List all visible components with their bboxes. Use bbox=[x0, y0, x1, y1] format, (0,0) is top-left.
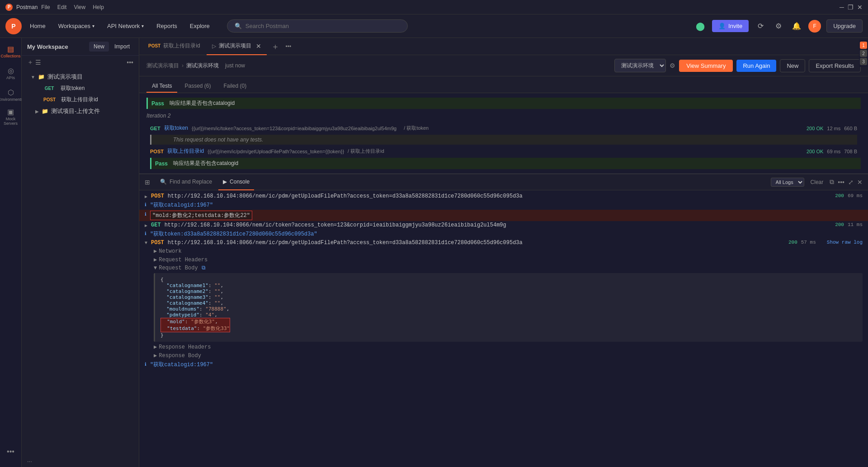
console-section-network[interactable]: ▶ Network bbox=[139, 247, 868, 255]
new-collection-button[interactable]: New bbox=[89, 42, 109, 52]
test-name-1: 响应结果是否包含catalogid bbox=[170, 99, 235, 107]
request-name-post[interactable]: 获取上传目录id bbox=[167, 147, 204, 155]
invite-button[interactable]: 👤 Invite bbox=[712, 20, 749, 32]
console-info-3: "获取catalogid:1967" bbox=[150, 361, 213, 368]
search-bar[interactable]: 🔍 bbox=[227, 19, 408, 33]
search-input[interactable] bbox=[245, 23, 400, 29]
env-settings-icon[interactable]: ⚙ bbox=[670, 62, 675, 69]
expand-chevron-1[interactable]: ▶ bbox=[145, 194, 147, 199]
collection-more-icon[interactable]: ••• bbox=[127, 59, 133, 66]
run-again-button[interactable]: Run Again bbox=[736, 60, 776, 72]
search-icon: 🔍 bbox=[235, 23, 242, 29]
nav-api-network[interactable]: API Network ▾ bbox=[103, 20, 148, 32]
console-icon: ▶ bbox=[223, 179, 227, 185]
settings-icon[interactable]: ⚙ bbox=[772, 20, 785, 33]
connectivity-icon[interactable]: ⬤ bbox=[694, 20, 707, 33]
add-icon[interactable]: ＋ bbox=[27, 58, 33, 66]
show-raw-log-link[interactable]: Show raw log bbox=[827, 240, 863, 245]
runner-new-button[interactable]: New bbox=[780, 59, 805, 72]
tab-post-upload[interactable]: POST 获取上传目录id bbox=[143, 38, 206, 55]
sidebar-item-environments[interactable]: ⬡ Environments bbox=[2, 85, 20, 105]
console-section-req-headers[interactable]: ▶ Request Headers bbox=[139, 255, 868, 264]
app-logo: P bbox=[5, 4, 13, 11]
console-line-highlight-1: ℹ "mold:参数化2;testdata:参数化22" bbox=[139, 210, 868, 221]
maximize-btn[interactable]: ❐ bbox=[848, 4, 854, 11]
menu-view[interactable]: View bbox=[74, 4, 85, 10]
apis-icon: ◎ bbox=[8, 66, 14, 75]
indicator-3[interactable]: 3 bbox=[860, 58, 867, 65]
tab-close-btn[interactable]: ✕ bbox=[256, 42, 261, 50]
collection-subitem-post-upload[interactable]: POST 获取上传目录id bbox=[22, 94, 139, 105]
sidebar-item-collections[interactable]: ▤ Collections bbox=[2, 42, 20, 61]
nav-home[interactable]: Home bbox=[25, 20, 50, 32]
expand-chevron-get[interactable]: ▶ bbox=[145, 223, 147, 228]
indicator-2[interactable]: 2 bbox=[860, 50, 867, 57]
expand-chevron-post-2[interactable]: ▼ bbox=[145, 241, 147, 245]
nav-workspaces[interactable]: Workspaces ▾ bbox=[54, 20, 99, 32]
content-area: POST 获取上传目录id ▷ 测试演示项目 ✕ ＋ ••• 测试演示项目 › … bbox=[139, 38, 868, 467]
copy-icon[interactable]: ⧉ bbox=[830, 178, 834, 186]
req-headers-label: Request Headers bbox=[159, 257, 208, 263]
subitem-get-token-label: 获取token bbox=[61, 85, 85, 92]
tab-runner-icon: ▷ bbox=[212, 43, 216, 49]
collection-item-main[interactable]: ▼ 📁 测试演示项目 bbox=[22, 71, 139, 83]
export-results-button[interactable]: Export Results bbox=[809, 59, 861, 72]
close-console-icon[interactable]: ✕ bbox=[857, 179, 863, 186]
tab-runner[interactable]: ▷ 测试演示项目 ✕ bbox=[207, 38, 267, 55]
console-section-req-body[interactable]: ▼ Request Body ⧉ bbox=[139, 264, 868, 272]
right-indicators: 1 2 3 bbox=[859, 40, 868, 67]
runner-timestamp: just now bbox=[225, 62, 245, 69]
tab-find-replace[interactable]: 🔍 Find and Replace bbox=[156, 174, 217, 190]
request-size-get: 660 B bbox=[844, 126, 857, 131]
sidebar-item-apis[interactable]: ◎ APIs bbox=[2, 63, 20, 83]
sync-icon[interactable]: ⟳ bbox=[754, 20, 767, 33]
collection-subfolder[interactable]: ▶ 📁 测试项目-上传文件 bbox=[22, 105, 139, 117]
nav-explore[interactable]: Explore bbox=[185, 20, 214, 32]
body-copy-icon[interactable]: ⧉ bbox=[202, 265, 206, 271]
filter-icon[interactable]: ☰ bbox=[35, 59, 41, 66]
menu-file[interactable]: File bbox=[41, 4, 50, 10]
sidebar-item-mock-servers[interactable]: ▣ Mock Servers bbox=[2, 107, 20, 127]
view-summary-button[interactable]: View Summary bbox=[679, 60, 733, 72]
sidebar-more-options[interactable]: ••• bbox=[2, 442, 20, 462]
more-options-btn[interactable]: ... bbox=[22, 453, 139, 467]
request-name-get[interactable]: 获取token bbox=[164, 124, 188, 132]
tab-all-tests[interactable]: All Tests bbox=[146, 80, 177, 93]
request-comment-post: / 获取上传目录id bbox=[348, 148, 384, 155]
tab-passed[interactable]: Passed (6) bbox=[179, 80, 216, 93]
collection-subitem-get-token[interactable]: GET 获取token bbox=[22, 83, 139, 94]
tab-failed[interactable]: Failed (0) bbox=[218, 80, 252, 93]
log-filter-select[interactable]: All Logs bbox=[771, 178, 804, 187]
console-section-resp-body[interactable]: ▶ Response Body bbox=[139, 351, 868, 360]
collection-name: 测试演示项目 bbox=[47, 73, 83, 81]
console-status-post-1: 200 bbox=[835, 193, 844, 198]
folder-icon: 📁 bbox=[38, 74, 45, 80]
minimize-btn[interactable]: ─ bbox=[840, 4, 844, 11]
collections-icon: ▤ bbox=[7, 45, 14, 53]
indicator-1[interactable]: 1 bbox=[860, 42, 867, 49]
notification-icon[interactable]: 🔔 bbox=[790, 20, 803, 33]
environment-selector[interactable]: 测试演示环境 bbox=[614, 59, 666, 72]
close-btn[interactable]: ✕ bbox=[857, 4, 863, 11]
req-body-label: Request Body bbox=[159, 265, 198, 271]
import-button[interactable]: Import bbox=[111, 42, 133, 52]
ellipsis-console-icon[interactable]: ••• bbox=[838, 179, 844, 186]
request-method-get: GET bbox=[150, 126, 160, 131]
tab-label-runner: 测试演示项目 bbox=[219, 42, 251, 50]
clear-console-button[interactable]: Clear bbox=[808, 178, 826, 186]
panel-toggle-btn[interactable]: ⊞ bbox=[145, 179, 150, 186]
avatar-icon[interactable]: F bbox=[808, 20, 821, 33]
upgrade-button[interactable]: Upgrade bbox=[826, 19, 863, 33]
request-method-post: POST bbox=[150, 149, 164, 154]
console-highlight-value-1: "mold:参数化2;testdata:参数化22" bbox=[150, 211, 252, 220]
home-logo-btn[interactable]: P bbox=[5, 18, 22, 34]
console-section-resp-headers[interactable]: ▶ Response Headers bbox=[139, 343, 868, 351]
tab-more-btn[interactable]: ••• bbox=[284, 43, 293, 50]
expand-console-icon[interactable]: ⤢ bbox=[848, 179, 854, 186]
tab-console[interactable]: ▶ Console bbox=[218, 174, 254, 190]
tab-add-btn[interactable]: ＋ bbox=[268, 41, 283, 52]
menu-edit[interactable]: Edit bbox=[57, 4, 67, 10]
menu-help[interactable]: Help bbox=[93, 4, 104, 10]
find-replace-icon: 🔍 bbox=[160, 179, 167, 185]
nav-reports[interactable]: Reports bbox=[152, 20, 182, 32]
